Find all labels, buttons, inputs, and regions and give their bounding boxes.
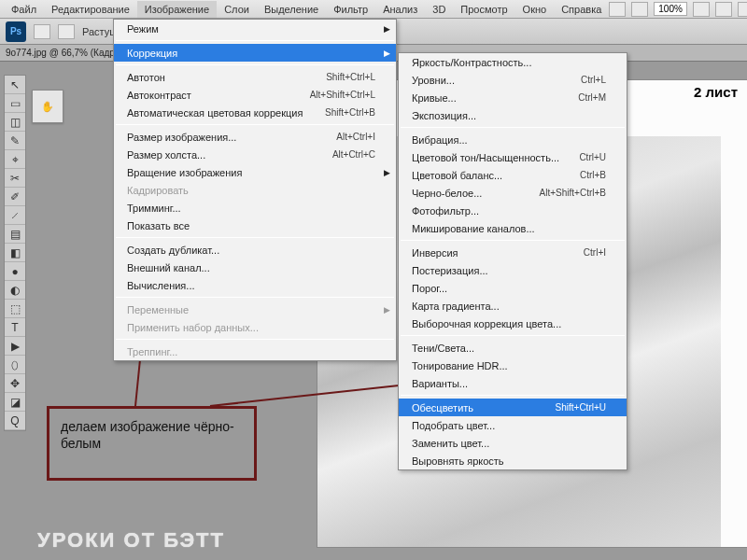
menu-item[interactable]: Микширование каналов... xyxy=(399,219,627,237)
menu-item[interactable]: Карта градиента... xyxy=(399,297,627,315)
menu-separator xyxy=(401,127,625,128)
menu-item[interactable]: Подобрать цвет... xyxy=(399,416,627,434)
menu-separator xyxy=(116,124,394,125)
menu-item-label: Создать дубликат... xyxy=(127,245,219,256)
tool-button[interactable]: ● xyxy=(5,262,25,281)
menu-item[interactable]: Вибрация... xyxy=(399,131,627,148)
menu-item[interactable]: Тримминг... xyxy=(114,199,396,217)
marquee-mode-icon[interactable] xyxy=(58,24,75,39)
menu-item[interactable]: Создать дубликат... xyxy=(114,241,396,259)
tool-button[interactable]: ⟋ xyxy=(5,206,25,225)
toolbar-icon[interactable] xyxy=(609,2,626,17)
menu-item[interactable]: Режим▶ xyxy=(114,20,396,37)
toolbar-icon[interactable] xyxy=(715,2,732,17)
menu-редактирование[interactable]: Редактирование xyxy=(44,1,137,18)
menu-item[interactable]: Вращение изображения▶ xyxy=(114,163,396,181)
menu-item[interactable]: Тени/Света... xyxy=(399,339,627,357)
menu-просмотр[interactable]: Просмотр xyxy=(453,1,514,18)
tool-button[interactable]: ✐ xyxy=(5,188,25,206)
menu-item-label: Экспозиция... xyxy=(412,110,476,121)
tool-button[interactable]: ↖ xyxy=(5,76,25,94)
menu-item[interactable]: Яркость/Контрастность... xyxy=(399,53,627,71)
menubar: ФайлРедактированиеИзображениеСлоиВыделен… xyxy=(0,0,747,19)
menu-item[interactable]: Уровни...Ctrl+L xyxy=(399,71,627,89)
tool-button[interactable]: ◐ xyxy=(5,281,25,300)
menu-item[interactable]: Цветовой тон/Насыщенность...Ctrl+U xyxy=(399,148,627,166)
menu-item-label: Тонирование HDR... xyxy=(412,360,508,371)
tool-button[interactable]: ✎ xyxy=(5,132,25,150)
menu-файл[interactable]: Файл xyxy=(4,1,44,18)
menu-3d[interactable]: 3D xyxy=(425,1,453,18)
menu-item[interactable]: Цветовой баланс...Ctrl+B xyxy=(399,166,627,184)
tool-button[interactable]: ◫ xyxy=(5,113,25,132)
menu-item-label: Вращение изображения xyxy=(127,167,242,178)
menu-item-label: Коррекция xyxy=(127,48,177,59)
zoom-field[interactable]: 100% xyxy=(654,2,687,16)
menu-item[interactable]: Размер изображения...Alt+Ctrl+I xyxy=(114,128,396,146)
menu-item-label: Кадрировать xyxy=(127,185,189,196)
menu-item[interactable]: Размер холста...Alt+Ctrl+C xyxy=(114,146,396,163)
menu-item: Кадрировать xyxy=(114,181,396,199)
menu-item[interactable]: Фотофильтр... xyxy=(399,202,627,219)
menu-item-label: Показать все xyxy=(127,220,190,231)
menu-справка[interactable]: Справка xyxy=(554,1,609,18)
menu-item[interactable]: Выровнять яркость xyxy=(399,452,627,469)
menu-item[interactable]: Порог... xyxy=(399,279,627,297)
tool-button[interactable]: ▭ xyxy=(5,94,25,113)
toolbar-icon[interactable] xyxy=(693,2,710,17)
tool-button[interactable]: ⬯ xyxy=(5,356,25,374)
menu-item-label: Выровнять яркость xyxy=(412,455,504,467)
menu-separator xyxy=(116,297,394,298)
tool-button[interactable]: ✥ xyxy=(5,374,25,393)
menu-окно[interactable]: Окно xyxy=(515,1,555,18)
tool-button[interactable]: ✂ xyxy=(5,169,25,188)
menu-item-label: Вибрация... xyxy=(412,134,468,146)
tool-button[interactable]: ⬚ xyxy=(5,300,25,318)
tool-button[interactable]: ▤ xyxy=(5,225,25,244)
menu-item[interactable]: Варианты... xyxy=(399,374,627,392)
menu-изображение[interactable]: Изображение xyxy=(137,1,217,18)
menu-item[interactable]: Автоматическая цветовая коррекцияShift+C… xyxy=(114,104,396,121)
menu-item[interactable]: Постеризация... xyxy=(399,261,627,279)
tool-button[interactable]: ▶ xyxy=(5,337,25,356)
toolbar-icon[interactable] xyxy=(738,2,747,17)
menu-item[interactable]: Показать все xyxy=(114,217,396,234)
menu-item[interactable]: Вычисления... xyxy=(114,276,396,294)
menu-выделение[interactable]: Выделение xyxy=(257,1,326,18)
shortcut-label: Ctrl+M xyxy=(578,92,606,103)
tool-button[interactable]: ◪ xyxy=(5,393,25,412)
watermark: УРОКИ ОТ БЭТТ xyxy=(37,528,225,553)
menu-item[interactable]: Тонирование HDR... xyxy=(399,357,627,374)
image-menu: Режим▶Коррекция▶АвтотонShift+Ctrl+LАвток… xyxy=(113,19,397,361)
tool-button[interactable]: Q xyxy=(5,412,25,430)
menu-item[interactable]: АвтотонShift+Ctrl+L xyxy=(114,68,396,86)
menu-анализ[interactable]: Анализ xyxy=(375,1,425,18)
floating-palette[interactable]: ✋ xyxy=(32,90,63,123)
menu-item[interactable]: Заменить цвет... xyxy=(399,434,627,452)
menu-item[interactable]: ИнверсияCtrl+I xyxy=(399,244,627,261)
menu-item[interactable]: Экспозиция... xyxy=(399,106,627,124)
menu-separator xyxy=(116,40,394,41)
menu-слои[interactable]: Слои xyxy=(217,1,257,18)
menu-item[interactable]: Коррекция▶ xyxy=(114,44,396,62)
menu-item-label: Яркость/Контрастность... xyxy=(412,57,531,68)
menu-item-label: Цветовой баланс... xyxy=(412,170,502,181)
menu-separator xyxy=(401,240,625,241)
tool-button[interactable]: ⌖ xyxy=(5,150,25,169)
menu-фильтр[interactable]: Фильтр xyxy=(326,1,375,18)
menu-item[interactable]: Внешний канал... xyxy=(114,259,396,276)
shortcut-label: Shift+Ctrl+B xyxy=(325,107,375,118)
menu-item-label: Тримминг... xyxy=(127,203,181,214)
tool-button[interactable]: ◧ xyxy=(5,244,25,262)
menu-item[interactable]: АвтоконтрастAlt+Shift+Ctrl+L xyxy=(114,86,396,104)
tool-button[interactable]: T xyxy=(5,318,25,337)
menu-item-label: Автотон xyxy=(127,72,165,83)
menu-item-label: Размер изображения... xyxy=(127,132,236,143)
toolbar-icon[interactable] xyxy=(631,2,648,17)
menu-item[interactable]: Выборочная коррекция цвета... xyxy=(399,315,627,332)
toolbox: ↖▭◫✎⌖✂✐⟋▤◧●◐⬚T▶⬯✥◪Q xyxy=(4,75,26,431)
tool-preset-icon[interactable] xyxy=(34,24,50,39)
menu-item[interactable]: ОбесцветитьShift+Ctrl+U xyxy=(399,399,627,416)
menu-item[interactable]: Кривые...Ctrl+M xyxy=(399,89,627,106)
menu-item[interactable]: Черно-белое...Alt+Shift+Ctrl+B xyxy=(399,184,627,202)
